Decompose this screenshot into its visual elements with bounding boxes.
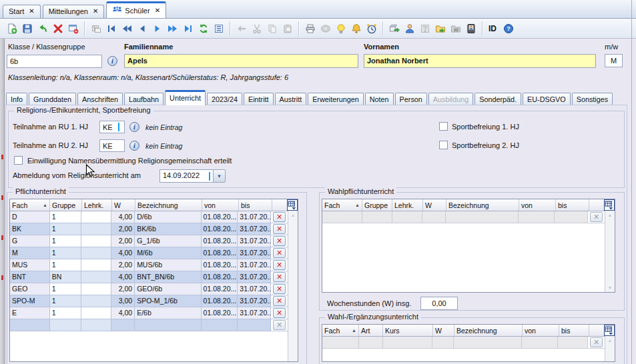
wahlpflicht-cell-bezeichnung[interactable] (446, 211, 518, 223)
wahlerg-row[interactable]: ✕ (322, 337, 605, 349)
wahlerg-cell-kurs[interactable] (383, 337, 433, 349)
save-icon[interactable] (20, 21, 34, 36)
pflicht-cell-bezeichnung[interactable] (135, 319, 201, 331)
pflicht-cell-bezeichnung[interactable]: D/6b (135, 211, 201, 223)
folder-forward-icon[interactable] (433, 21, 447, 36)
left-splitter[interactable] (0, 39, 5, 364)
pflicht-cell-lehrk[interactable] (81, 247, 111, 259)
grid-customize-button[interactable] (604, 199, 615, 211)
form-properties-icon[interactable] (66, 21, 80, 36)
next-record-icon[interactable] (150, 21, 164, 36)
first-record-icon[interactable] (104, 21, 118, 36)
tab-info[interactable]: Info (6, 93, 27, 105)
pflicht-row[interactable]: G12,00G_1/6b01.08.20...31.07.20...✕ (10, 235, 288, 247)
wahlpflicht-col-header-gruppe[interactable]: Gruppe (362, 199, 392, 211)
pflicht-cell-w[interactable]: 4,00 (111, 307, 135, 319)
wahlerg-col-header-kurs[interactable]: Kurs (383, 325, 433, 336)
wahlpflicht-col-header-von[interactable]: von (519, 199, 556, 211)
geschlecht-field[interactable]: M (605, 54, 623, 67)
pflicht-cell-gruppe[interactable] (50, 319, 82, 331)
fast-next-icon[interactable] (166, 21, 180, 36)
delete-row-button[interactable]: ✕ (273, 212, 286, 222)
abmeldung-date-value[interactable]: 14.09.2022 (160, 169, 213, 183)
scroll-up-icon[interactable]: ▲ (605, 338, 615, 343)
pflicht-cell-w[interactable]: 2,00 (111, 259, 135, 271)
pflicht-row[interactable]: BK12,00BK/6b01.08.20...31.07.20...✕ (10, 223, 288, 235)
close-icon[interactable]: ✕ (93, 8, 98, 15)
pflicht-cell-bis[interactable]: 31.07.20... (238, 259, 271, 271)
pflicht-cell-gruppe[interactable]: 1 (50, 283, 82, 295)
pflicht-cell-von[interactable]: 01.08.20... (202, 283, 238, 295)
pflicht-col-header-gruppe[interactable]: Gruppe (50, 199, 82, 211)
refresh-icon[interactable] (196, 21, 210, 36)
pflicht-cell-fach[interactable]: M (10, 247, 50, 259)
wahlerg-col-header-art[interactable]: Art (359, 325, 383, 336)
pflicht-cell-w[interactable]: 2,00 (111, 223, 135, 235)
tab-sonderp-d[interactable]: Sonderpäd. (474, 93, 521, 105)
hint-icon[interactable] (334, 21, 348, 36)
abmeldung-date-picker[interactable]: 14.09.2022 ▼ (160, 169, 226, 183)
ru2-input[interactable]: KE (99, 139, 125, 152)
fast-prior-icon[interactable] (119, 21, 133, 36)
pflicht-cell-lehrk[interactable] (81, 295, 111, 307)
pflicht-col-header-fach[interactable]: Fach▲ (10, 199, 50, 211)
pflicht-cell-von[interactable]: 01.08.20... (202, 307, 238, 319)
pflicht-cell-lehrk[interactable] (81, 271, 111, 283)
window-tab-sch-ler[interactable]: Schüler✕ (106, 1, 166, 18)
address-book-icon[interactable] (464, 21, 478, 36)
pflicht-cell-gruppe[interactable]: 1 (50, 235, 82, 247)
pflicht-cell-bezeichnung[interactable]: M/6b (135, 247, 201, 259)
pflicht-cell-gruppe[interactable]: 1 (50, 211, 82, 223)
pflicht-cell-w[interactable]: 2,00 (111, 283, 135, 295)
delete-row-button[interactable]: ✕ (273, 308, 286, 318)
pflicht-row[interactable]: GEO12,00GEO/6b01.08.20...31.07.20...✕ (10, 283, 288, 295)
pflicht-cell-von[interactable]: 01.08.20... (202, 223, 238, 235)
pflicht-cell-bis[interactable]: 31.07.20... (238, 271, 271, 283)
wahlpflicht-cell-von[interactable] (519, 211, 555, 223)
pflicht-cell-lehrk[interactable] (81, 259, 111, 271)
pflicht-cell-fach[interactable]: E (10, 307, 50, 319)
scroll-up-icon[interactable]: ▲ (288, 213, 298, 217)
delete-row-button[interactable]: ✕ (273, 284, 286, 294)
pflicht-cell-von[interactable]: 01.08.20... (202, 259, 238, 271)
print-icon[interactable] (303, 21, 317, 36)
tab-anschriften[interactable]: Anschriften (77, 93, 123, 105)
delete-row-button[interactable]: ✕ (590, 337, 603, 347)
id-button[interactable]: ID (489, 24, 497, 33)
wahlerg-cell-bis[interactable] (558, 337, 588, 349)
tab-person[interactable]: Person (395, 93, 427, 105)
wahlpflicht-cell-fach[interactable] (322, 211, 362, 223)
wahlerg-cell-art[interactable] (359, 337, 383, 349)
wahlpflicht-row[interactable]: ✕ (322, 211, 605, 223)
window-tab-mitteilungen[interactable]: Mitteilungen✕ (43, 5, 105, 18)
tab-unterricht[interactable]: Unterricht (165, 90, 206, 105)
namensuebermittlung-checkbox[interactable] (14, 156, 23, 165)
pflicht-cell-w[interactable]: 3,00 (111, 295, 135, 307)
delete-row-button[interactable]: ✕ (273, 320, 286, 330)
list-view-icon[interactable] (212, 21, 226, 36)
reminder-icon[interactable] (364, 21, 378, 36)
wahlerg-col-header-von[interactable]: von (523, 325, 559, 336)
prior-record-icon[interactable] (135, 21, 149, 36)
tab-2023-24[interactable]: 2023/24 (207, 93, 242, 105)
familienname-input[interactable]: Apels (124, 54, 358, 68)
wahlerg-cell-von[interactable] (522, 337, 559, 349)
pflicht-cell-gruppe[interactable]: 1 (50, 295, 82, 307)
pflicht-cell-lehrk[interactable] (81, 211, 111, 223)
vertical-scrollbar[interactable]: ▲ (288, 211, 298, 361)
pflicht-cell-gruppe[interactable]: BN (50, 271, 82, 283)
pflicht-cell-lehrk[interactable] (81, 307, 111, 319)
delete-row-button[interactable]: ✕ (273, 296, 286, 306)
tab-austritt[interactable]: Austritt (275, 93, 307, 105)
pflicht-row[interactable]: MUS12,00MUS/6b01.08.20...31.07.20...✕ (10, 259, 288, 271)
pflicht-row[interactable]: M14,00M/6b01.08.20...31.07.20...✕ (10, 247, 288, 259)
sportbefreiung-2-checkbox[interactable] (439, 141, 448, 149)
alert-icon[interactable] (349, 21, 363, 36)
pflicht-cell-fach[interactable]: GEO (10, 283, 50, 295)
pflicht-cell-bis[interactable]: 31.07.20... (238, 211, 271, 223)
wahlerg-col-header-bis[interactable]: bis (559, 325, 589, 336)
wahlpflicht-cell-lehrk[interactable] (392, 211, 423, 223)
pflicht-cell-bezeichnung[interactable]: SPO-M_1/6b (135, 295, 201, 307)
pflicht-col-header-lehrk[interactable]: Lehrk. (82, 199, 112, 211)
delete-row-button[interactable]: ✕ (273, 260, 286, 270)
